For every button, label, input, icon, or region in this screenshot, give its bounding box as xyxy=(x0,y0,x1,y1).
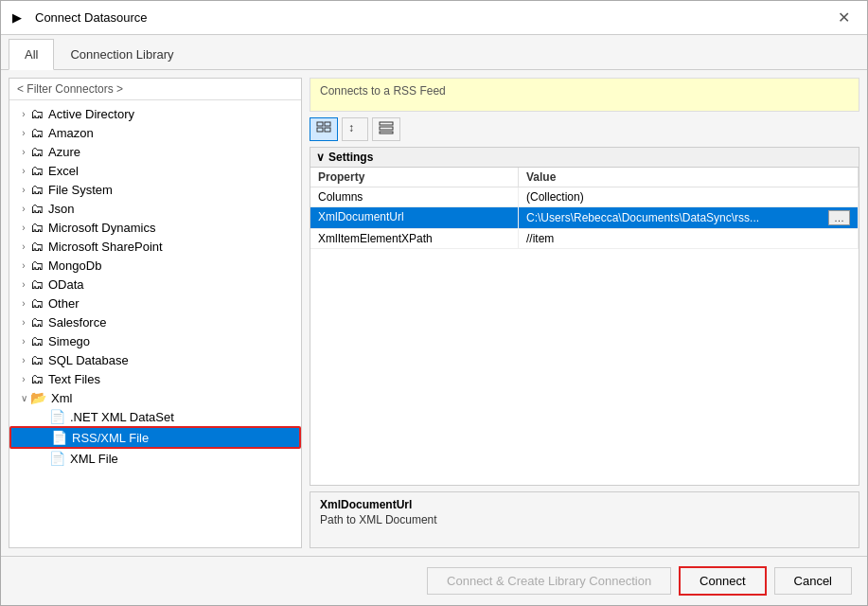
tabs-row: All Connection Library xyxy=(1,35,867,70)
tree-label: Simego xyxy=(48,334,90,348)
prop-xmlxpath: XmlItemElementXPath xyxy=(310,229,519,248)
svg-rect-7 xyxy=(380,132,393,134)
expand-icon: › xyxy=(17,128,30,138)
dialog-title: Connect Datasource xyxy=(35,10,148,25)
tree-item-xml[interactable]: ∨ 📂 Xml xyxy=(9,388,301,407)
xmldocurl-value: C:\Users\Rebecca\Documents\DataSync\rss.… xyxy=(526,211,828,224)
tree-item-microsoft-dynamics[interactable]: › 🗂 Microsoft Dynamics xyxy=(9,218,301,237)
tree-label: Active Directory xyxy=(48,107,134,121)
expand-icon: › xyxy=(17,374,30,384)
main-content: < Filter Connectors > › 🗂 Active Directo… xyxy=(1,70,867,556)
tree-item-file-system[interactable]: › 🗂 File System xyxy=(9,180,301,199)
toolbar-row: ↕ xyxy=(310,117,859,141)
tree-item-xml-file[interactable]: 📄 XML File xyxy=(9,449,301,468)
expand-icon: ∨ xyxy=(17,393,30,403)
expand-icon: › xyxy=(17,223,30,233)
tree-item-azure[interactable]: › 🗂 Azure xyxy=(9,142,301,161)
svg-rect-3 xyxy=(325,128,330,132)
title-bar-left: ▶ Connect Datasource xyxy=(12,10,148,26)
close-button[interactable]: ✕ xyxy=(832,7,856,28)
expand-icon: › xyxy=(17,185,30,195)
tree-label: Microsoft Dynamics xyxy=(48,221,155,235)
tree-label: Xml xyxy=(51,391,72,405)
tree-label: Salesforce xyxy=(48,315,106,330)
title-bar: ▶ Connect Datasource ✕ xyxy=(1,1,867,35)
tree-label: Microsoft SharePoint xyxy=(48,240,163,254)
left-panel: < Filter Connectors > › 🗂 Active Directo… xyxy=(9,78,302,548)
tree-label: Json xyxy=(48,202,74,216)
sort-icon: ↕ xyxy=(348,121,362,134)
settings-row-columns[interactable]: Columns (Collection) xyxy=(310,187,859,207)
browse-button[interactable]: … xyxy=(828,210,850,225)
settings-section-label: Settings xyxy=(328,151,373,164)
tree-item-net-xml[interactable]: 📄 .NET XML DataSet xyxy=(9,407,301,426)
expand-icon: › xyxy=(17,204,30,214)
grid-view-button[interactable] xyxy=(310,117,338,141)
connect-datasource-dialog: ▶ Connect Datasource ✕ All Connection Li… xyxy=(0,0,868,606)
expand-icon: › xyxy=(17,147,30,157)
tab-connection-library[interactable]: Connection Library xyxy=(54,39,189,69)
tree-item-text-files[interactable]: › 🗂 Text Files xyxy=(9,369,301,388)
tree-item-active-directory[interactable]: › 🗂 Active Directory xyxy=(9,104,301,123)
svg-rect-0 xyxy=(317,122,323,126)
table-view-button[interactable] xyxy=(372,117,400,141)
expand-icon: › xyxy=(17,279,30,290)
settings-col-header: Property Value xyxy=(310,168,859,187)
tree-item-mongodb[interactable]: › 🗂 MongoDb xyxy=(9,256,301,275)
val-xmlxpath: //item xyxy=(519,229,859,248)
tree-item-amazon[interactable]: › 🗂 Amazon xyxy=(9,123,301,142)
info-box: Connects to a RSS Feed xyxy=(310,78,859,112)
prop-xmldocurl: XmlDocumentUrl xyxy=(310,207,519,228)
property-name: XmlDocumentUrl xyxy=(320,498,849,511)
sort-button[interactable]: ↕ xyxy=(342,117,368,141)
svg-text:↕: ↕ xyxy=(348,121,354,134)
settings-row-xmldocurl[interactable]: XmlDocumentUrl C:\Users\Rebecca\Document… xyxy=(310,207,859,229)
tree-label: File System xyxy=(48,183,113,197)
app-icon: ▶ xyxy=(12,10,27,26)
footer: Connect & Create Library Connection Conn… xyxy=(1,556,867,605)
col-value: Value xyxy=(519,168,859,187)
tab-all[interactable]: All xyxy=(9,39,54,70)
tree-label: RSS/XML File xyxy=(72,431,149,445)
expand-icon: › xyxy=(17,298,30,309)
expand-icon: › xyxy=(17,109,30,119)
tree-label: OData xyxy=(48,277,84,292)
property-panel: XmlDocumentUrl Path to XML Document xyxy=(310,491,859,548)
tree-label: SQL Database xyxy=(48,353,129,367)
tree-item-rss-xml[interactable]: 📄 RSS/XML File xyxy=(9,426,301,449)
tree-item-salesforce[interactable]: › 🗂 Salesforce xyxy=(9,312,301,331)
col-property: Property xyxy=(310,168,519,187)
connect-button[interactable]: Connect xyxy=(679,566,766,596)
settings-row-xmlxpath[interactable]: XmlItemElementXPath //item xyxy=(310,229,859,249)
section-toggle[interactable]: ∨ xyxy=(316,151,325,164)
expand-icon: › xyxy=(17,241,30,252)
expand-icon: › xyxy=(17,317,30,328)
svg-rect-2 xyxy=(317,128,323,132)
cancel-button[interactable]: Cancel xyxy=(774,567,852,595)
connect-create-button[interactable]: Connect & Create Library Connection xyxy=(427,567,671,595)
val-xmldocurl: C:\Users\Rebecca\Documents\DataSync\rss.… xyxy=(519,207,859,228)
tree-item-microsoft-sharepoint[interactable]: › 🗂 Microsoft SharePoint xyxy=(9,237,301,256)
tree-label: Other xyxy=(48,296,80,311)
tree-item-simego[interactable]: › 🗂 Simego xyxy=(9,331,301,350)
tree-item-odata[interactable]: › 🗂 OData xyxy=(9,275,301,294)
tree-container: › 🗂 Active Directory › 🗂 Amazon › 🗂 Azur… xyxy=(9,100,301,547)
expand-icon: › xyxy=(17,260,30,271)
svg-rect-1 xyxy=(325,122,330,126)
tree-label: Amazon xyxy=(48,126,94,140)
filter-bar[interactable]: < Filter Connectors > xyxy=(9,79,301,100)
tree-item-json[interactable]: › 🗂 Json xyxy=(9,199,301,218)
svg-rect-6 xyxy=(380,127,393,130)
property-description: Path to XML Document xyxy=(320,513,849,526)
tree-label: Text Files xyxy=(48,372,100,386)
tree-item-other[interactable]: › 🗂 Other xyxy=(9,294,301,312)
grid-icon xyxy=(316,121,331,134)
expand-icon: › xyxy=(17,355,30,365)
right-panel: Connects to a RSS Feed ↕ xyxy=(310,78,859,548)
tree-item-excel[interactable]: › 🗂 Excel xyxy=(9,161,301,180)
tree-label: MongoDb xyxy=(48,258,101,273)
expand-icon: › xyxy=(17,166,30,176)
tree-item-sql-database[interactable]: › 🗂 SQL Database xyxy=(9,350,301,369)
expand-icon: › xyxy=(17,336,30,347)
table-icon xyxy=(379,121,394,134)
